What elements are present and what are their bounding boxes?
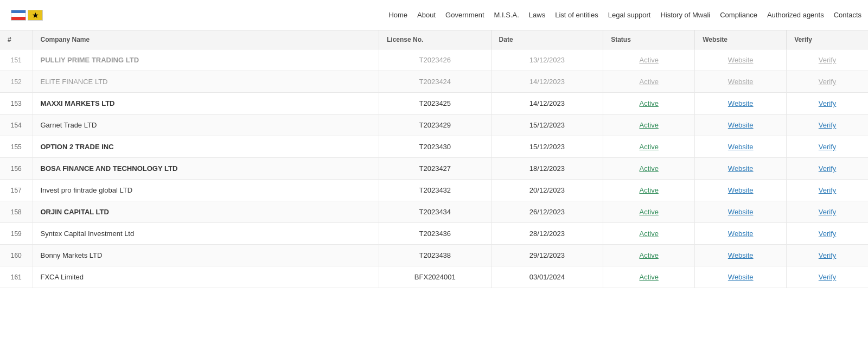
entities-table-container: # Company Name License No. Date Status W… [0, 30, 868, 288]
cell-website: Website [695, 266, 787, 288]
cell-company: PULLIY PRIME TRADING LTD [33, 49, 379, 71]
verify-link[interactable]: Verify [819, 99, 837, 107]
website-link[interactable]: Website [728, 78, 754, 86]
cell-num: 160 [0, 245, 33, 266]
cell-num: 155 [0, 136, 33, 158]
status-active-link[interactable]: Active [639, 186, 658, 194]
cell-verify: Verify [787, 201, 868, 223]
cell-verify: Verify [787, 49, 868, 71]
verify-link[interactable]: Verify [819, 56, 837, 64]
website-link[interactable]: Website [728, 273, 754, 281]
cell-num: 152 [0, 71, 33, 93]
cell-date: 28/12/2023 [491, 223, 603, 245]
nav-home[interactable]: Home [388, 11, 407, 19]
verify-link[interactable]: Verify [819, 121, 837, 129]
website-link[interactable]: Website [728, 186, 754, 194]
cell-company: ELITE FINANCE LTD [33, 71, 379, 93]
cell-license: T2023424 [379, 71, 492, 93]
status-active-link[interactable]: Active [639, 56, 658, 64]
cell-website: Website [695, 201, 787, 223]
nav-government[interactable]: Government [445, 11, 484, 19]
cell-verify: Verify [787, 223, 868, 245]
status-active-link[interactable]: Active [639, 230, 658, 238]
cell-license: T2023432 [379, 180, 492, 201]
verify-link[interactable]: Verify [819, 186, 837, 194]
status-active-link[interactable]: Active [639, 99, 658, 107]
cell-status: Active [603, 266, 695, 288]
col-header-status: Status [603, 30, 695, 49]
cell-company: Garnet Trade LTD [33, 114, 379, 136]
cell-website: Website [695, 71, 787, 93]
verify-link[interactable]: Verify [819, 208, 837, 216]
cell-verify: Verify [787, 180, 868, 201]
cell-num: 156 [0, 158, 33, 180]
table-row: 151 PULLIY PRIME TRADING LTD T2023426 13… [0, 49, 868, 71]
nav-contacts[interactable]: Contacts [834, 11, 861, 19]
cell-company: ORJIN CAPITAL LTD [33, 201, 379, 223]
cell-verify: Verify [787, 114, 868, 136]
col-header-date: Date [491, 30, 603, 49]
cell-website: Website [695, 136, 787, 158]
nav-laws[interactable]: Laws [529, 11, 545, 19]
col-header-verify: Verify [787, 30, 868, 49]
cell-status: Active [603, 114, 695, 136]
table-row: 157 Invest pro fintrade global LTD T2023… [0, 180, 868, 201]
cell-status: Active [603, 71, 695, 93]
flag-icons: ☽ ★ [11, 10, 43, 21]
col-header-company: Company Name [33, 30, 379, 49]
cell-license: T2023429 [379, 114, 492, 136]
cell-company: FXCA Limited [33, 266, 379, 288]
cell-company: Bonny Markets LTD [33, 245, 379, 266]
table-row: 158 ORJIN CAPITAL LTD T2023434 26/12/202… [0, 201, 868, 223]
navbar: ☽ ★ Home About Government M.I.S.A. Laws … [0, 0, 868, 30]
website-link[interactable]: Website [728, 56, 754, 64]
cell-company: BOSA FINANCE AND TECHNOLOGY LTD [33, 158, 379, 180]
website-link[interactable]: Website [728, 99, 754, 107]
cell-website: Website [695, 180, 787, 201]
cell-website: Website [695, 93, 787, 114]
verify-link[interactable]: Verify [819, 143, 837, 151]
cell-license: T2023436 [379, 223, 492, 245]
table-row: 159 Syntex Capital Investment Ltd T20234… [0, 223, 868, 245]
verify-link[interactable]: Verify [819, 164, 837, 173]
status-active-link[interactable]: Active [639, 273, 658, 281]
website-link[interactable]: Website [728, 251, 754, 259]
nav-about[interactable]: About [417, 11, 436, 19]
status-active-link[interactable]: Active [639, 164, 658, 173]
cell-date: 15/12/2023 [491, 114, 603, 136]
nav-compliance[interactable]: Compliance [720, 11, 757, 19]
table-row: 155 OPTION 2 TRADE INC T2023430 15/12/20… [0, 136, 868, 158]
cell-website: Website [695, 114, 787, 136]
cell-num: 151 [0, 49, 33, 71]
table-row: 160 Bonny Markets LTD T2023438 29/12/202… [0, 245, 868, 266]
status-active-link[interactable]: Active [639, 143, 658, 151]
table-header: # Company Name License No. Date Status W… [0, 30, 868, 49]
nav-list-of-entities[interactable]: List of entities [555, 11, 598, 19]
verify-link[interactable]: Verify [819, 78, 837, 86]
cell-verify: Verify [787, 266, 868, 288]
verify-link[interactable]: Verify [819, 251, 837, 259]
cell-status: Active [603, 245, 695, 266]
nav-authorized-agents[interactable]: Authorized agents [767, 11, 824, 19]
website-link[interactable]: Website [728, 143, 754, 151]
website-link[interactable]: Website [728, 121, 754, 129]
nav-history-of-mwali[interactable]: History of Mwali [660, 11, 710, 19]
cell-num: 153 [0, 93, 33, 114]
logo-area: ☽ ★ [7, 10, 126, 21]
website-link[interactable]: Website [728, 230, 754, 238]
status-active-link[interactable]: Active [639, 78, 658, 86]
verify-link[interactable]: Verify [819, 273, 837, 281]
cell-num: 158 [0, 201, 33, 223]
cell-date: 20/12/2023 [491, 180, 603, 201]
cell-num: 154 [0, 114, 33, 136]
status-active-link[interactable]: Active [639, 121, 658, 129]
cell-verify: Verify [787, 93, 868, 114]
verify-link[interactable]: Verify [819, 230, 837, 238]
nav-misa[interactable]: M.I.S.A. [494, 11, 519, 19]
cell-license: T2023430 [379, 136, 492, 158]
website-link[interactable]: Website [728, 208, 754, 216]
nav-legal-support[interactable]: Legal support [608, 11, 651, 19]
status-active-link[interactable]: Active [639, 251, 658, 259]
website-link[interactable]: Website [728, 164, 754, 173]
status-active-link[interactable]: Active [639, 208, 658, 216]
